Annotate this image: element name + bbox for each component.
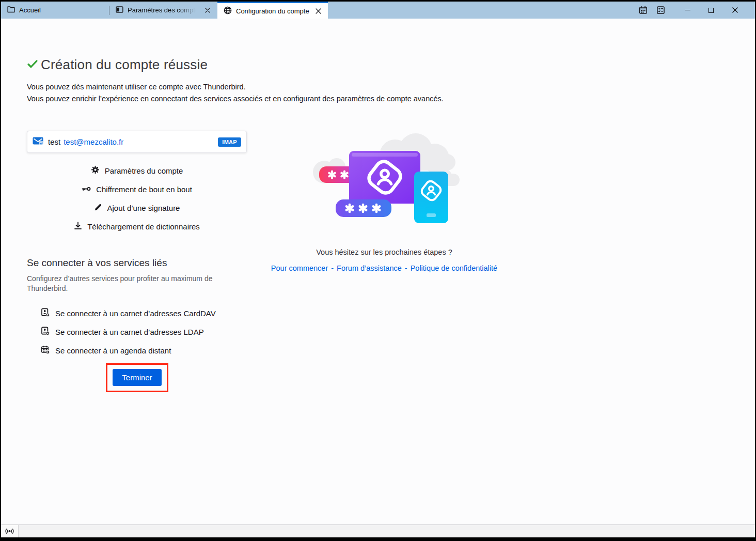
account-setup-illustration	[305, 128, 464, 224]
intro-line-2: Vous pouvez enrichir l’expérience en con…	[27, 93, 444, 105]
help-links: Pour commencer-Forum d’assistance-Politi…	[270, 264, 499, 272]
account-setup-success-page: Création du compte réussie Vous pouvez d…	[1, 19, 755, 524]
finish-button[interactable]: Terminer	[113, 369, 162, 386]
service-link-label: Se connecter à un carnet d’adresses LDAP	[55, 328, 204, 336]
key-icon	[82, 185, 91, 194]
tab-label: Accueil	[19, 6, 41, 14]
connect-remote-calendar-link[interactable]: Se connecter à un agenda distant	[41, 341, 244, 360]
support-forum-link[interactable]: Forum d’assistance	[337, 264, 402, 272]
tasks-icon[interactable]	[653, 2, 668, 19]
tab-home[interactable]: Accueil	[1, 2, 109, 19]
help-column: Vous hésitez sur les prochaines étapes ?…	[270, 128, 499, 272]
section-description: Configurez d’autres services pour profit…	[27, 274, 214, 293]
quick-link-label: Paramètres du compte	[105, 166, 183, 175]
tab-account-settings[interactable]: Paramètres des comptes Co	[109, 2, 217, 19]
status-bar-empty	[19, 525, 755, 537]
broadcast-icon[interactable]	[1, 525, 19, 537]
calendar-icon[interactable]	[635, 2, 651, 19]
account-settings-link[interactable]: Paramètres du compte	[27, 161, 247, 180]
account-email-link[interactable]: test@mezcalito.fr	[64, 137, 123, 146]
globe-icon	[224, 6, 232, 16]
maximize-icon[interactable]	[699, 2, 723, 19]
tab-bar: Accueil Paramètres des comptes Co Config…	[1, 2, 755, 19]
tab-close-icon[interactable]	[313, 6, 323, 16]
account-card: test test@mezcalito.fr IMAP	[27, 131, 247, 153]
quick-link-label: Chiffrement de bout en bout	[96, 185, 192, 194]
getting-started-link[interactable]: Pour commencer	[271, 264, 328, 272]
quick-links: Paramètres du compte Chiffrement de bout…	[27, 161, 247, 236]
application-window: Accueil Paramètres des comptes Co Config…	[0, 0, 756, 541]
connect-carddav-link[interactable]: Se connecter à un carnet d’adresses Card…	[41, 304, 244, 322]
red-highlight-annotation: Terminer	[106, 363, 168, 392]
intro-line-1: Vous pouvez dès maintenant utiliser ce c…	[27, 81, 444, 93]
quick-link-label: Téléchargement de dictionnaires	[87, 222, 200, 231]
tab-label: Paramètres des comptes Co	[128, 6, 196, 14]
end-to-end-encryption-link[interactable]: Chiffrement de bout en bout	[27, 180, 247, 198]
section-title: Se connecter à vos services liés	[27, 257, 244, 269]
tab-label: Configuration du compte	[236, 7, 309, 15]
add-signature-link[interactable]: Ajout d’une signature	[27, 198, 247, 217]
mail-account-icon	[33, 136, 43, 147]
account-settings-icon	[116, 6, 123, 15]
linked-services-section: Se connecter à vos services liés Configu…	[27, 257, 244, 360]
gear-icon	[91, 165, 100, 176]
account-name: test	[48, 137, 60, 146]
connect-ldap-link[interactable]: Se connecter à un carnet d’adresses LDAP	[41, 322, 244, 341]
minimize-icon[interactable]	[675, 2, 699, 19]
link-separator: -	[331, 264, 334, 272]
quick-link-label: Ajout d’une signature	[107, 204, 180, 212]
address-book-add-icon	[41, 308, 50, 318]
status-bar	[1, 524, 755, 537]
help-question: Vous hésitez sur les prochaines étapes ?	[270, 248, 499, 256]
titlebar-controls	[635, 2, 755, 19]
close-icon[interactable]	[723, 2, 747, 19]
intro-text: Vous pouvez dès maintenant utiliser ce c…	[27, 81, 444, 104]
service-link-label: Se connecter à un carnet d’adresses Card…	[55, 309, 216, 318]
tab-account-setup[interactable]: Configuration du compte	[217, 2, 328, 19]
tab-close-icon[interactable]	[203, 6, 212, 15]
page-title: Création du compte réussie	[41, 57, 208, 73]
pencil-icon	[94, 203, 102, 213]
download-dictionaries-link[interactable]: Téléchargement de dictionnaires	[27, 217, 247, 236]
check-icon	[27, 58, 38, 72]
privacy-policy-link[interactable]: Politique de confidentialité	[411, 264, 497, 272]
calendar-add-icon	[41, 345, 50, 355]
success-header: Création du compte réussie	[27, 57, 208, 73]
download-icon	[74, 222, 82, 231]
link-separator: -	[405, 264, 407, 272]
address-book-add-icon	[41, 327, 50, 337]
folder-icon	[7, 6, 15, 14]
protocol-badge: IMAP	[218, 137, 241, 147]
service-link-label: Se connecter à un agenda distant	[55, 346, 171, 355]
